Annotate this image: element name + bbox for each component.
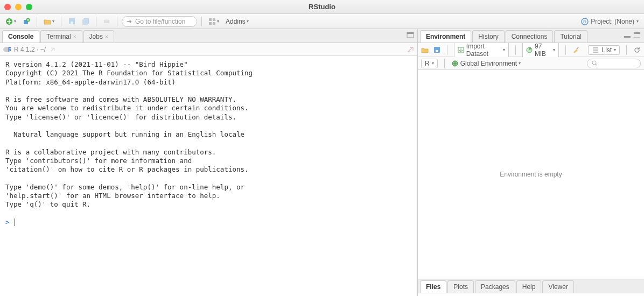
save-button[interactable] [66,17,78,26]
scope-label: Global Environment [460,60,517,67]
env-search-input[interactable] [587,59,641,68]
tab-label: Connections [512,33,548,40]
environment-pane: Environment History Connections Tutorial… [418,29,644,279]
tab-label: Jobs [89,33,103,40]
maximize-pane-icon[interactable] [633,31,641,39]
mem-label: 97 MiB [535,43,551,58]
minimize-pane-icon[interactable] [624,31,631,39]
svg-text:R: R [8,47,11,53]
env-tabs: Environment History Connections Tutorial [418,29,644,43]
tab-label: Help [522,283,536,291]
project-menu[interactable]: R Project: (None) ▾ [579,17,641,26]
clear-console-icon[interactable] [407,46,414,53]
tab-history[interactable]: History [472,30,504,43]
addins-button[interactable]: Addins ▾ [223,17,251,26]
separator [37,17,37,26]
maximize-pane-icon[interactable] [407,31,414,39]
separator [444,59,445,68]
console-tabs: Console Terminal× Jobs× [0,29,417,43]
tab-plots[interactable]: Plots [447,280,474,293]
tab-connections[interactable]: Connections [506,30,554,43]
new-file-button[interactable]: ▾ [3,17,18,26]
console-prompt: > [5,218,10,226]
svg-rect-4 [71,22,73,24]
language-select[interactable]: R ▾ [421,59,438,68]
r-version-info: R 4.1.2 · ~/ [14,46,46,53]
tab-label: Files [426,283,440,291]
cursor [15,219,15,226]
tab-viewer[interactable]: Viewer [542,280,573,293]
goto-placeholder: Go to file/function [135,18,185,25]
close-icon[interactable]: × [105,34,108,40]
save-all-button[interactable] [80,17,92,26]
import-label: Import Dataset [466,43,501,58]
window-title: RStudio [0,3,644,11]
files-tabs: Files Plots Packages Help Viewer [418,279,644,293]
load-workspace-button[interactable] [421,46,429,54]
refresh-button[interactable] [633,46,641,54]
tab-jobs[interactable]: Jobs× [83,30,114,43]
console-text: R version 4.1.2 (2021-11-01) -- "Bird Hi… [5,60,253,208]
svg-rect-6 [82,19,88,25]
new-project-button[interactable] [20,17,32,26]
plus-icon [5,18,13,25]
memory-usage-button[interactable]: 97 MiB ▾ [522,41,559,59]
folder-open-icon [421,46,429,54]
lang-label: R [425,60,430,67]
r-logo-icon: R [3,46,11,53]
grid-button[interactable]: ▾ [206,17,221,26]
left-pane: Console Terminal× Jobs× R R 4.1.2 · ~/ R… [0,29,418,296]
globe-icon [451,60,459,67]
tab-tutorial[interactable]: Tutorial [554,30,587,43]
tab-label: Console [8,33,33,40]
svg-text:R: R [583,19,586,24]
svg-rect-12 [213,22,215,25]
project-label: Project: (None) [591,18,634,25]
tab-console[interactable]: Console [2,30,39,43]
separator [96,17,96,26]
open-file-button[interactable]: ▾ [41,17,57,26]
arrow-right-icon: ➔ [125,18,133,25]
scope-select[interactable]: Global Environment ▾ [451,60,521,67]
goto-file-input[interactable]: ➔ Go to file/function [122,16,197,27]
print-icon [103,18,110,25]
view-mode-button[interactable]: List ▾ [588,45,620,55]
separator [626,45,627,55]
svg-rect-10 [213,18,215,21]
svg-rect-21 [634,32,640,34]
print-button[interactable] [101,17,113,26]
tab-help[interactable]: Help [516,280,542,293]
tab-label: Plots [453,283,468,291]
titlebar: RStudio [0,0,644,14]
console-output[interactable]: R version 4.1.2 (2021-11-01) -- "Bird Hi… [0,56,417,296]
tab-environment[interactable]: Environment [420,30,471,43]
save-workspace-button[interactable] [433,46,440,54]
close-icon[interactable]: × [73,34,76,40]
list-icon [592,46,599,54]
import-dataset-button[interactable]: Import Dataset ▾ [454,41,509,59]
tab-packages[interactable]: Packages [475,280,515,293]
separator [565,45,566,55]
right-pane: Environment History Connections Tutorial… [418,29,644,296]
svg-point-27 [592,61,596,65]
addins-label: Addins [226,18,246,25]
svg-rect-23 [436,50,438,52]
clear-workspace-button[interactable] [572,46,579,54]
tab-terminal[interactable]: Terminal× [40,30,82,43]
env-body: Environment is empty [418,70,644,279]
popout-icon[interactable] [49,46,57,53]
svg-rect-8 [105,19,108,20]
tab-label: Terminal [46,33,71,40]
separator [61,17,61,26]
grid-icon [208,18,216,25]
folder-open-icon [44,18,51,25]
svg-rect-11 [209,22,212,25]
import-icon [458,46,464,54]
main-toolbar: ▾ ▾ ➔ Go to file/function ▾ Addins ▾ R P… [0,14,644,29]
svg-rect-9 [209,18,212,21]
tab-files[interactable]: Files [420,280,446,293]
env-empty-text: Environment is empty [500,171,562,178]
tab-label: History [478,33,498,40]
files-pane: Files Plots Packages Help Viewer [418,279,644,293]
tab-label: Packages [481,283,509,291]
